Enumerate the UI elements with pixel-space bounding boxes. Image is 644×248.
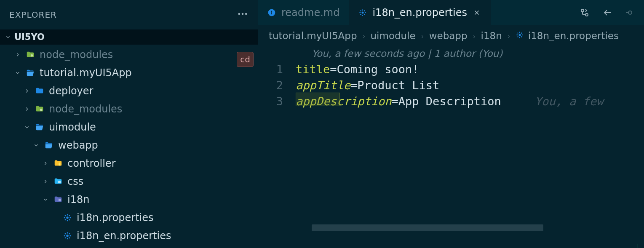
chevron-right-icon[interactable]	[24, 106, 30, 112]
svg-point-20	[518, 34, 521, 36]
gear-blue-icon	[358, 8, 367, 17]
property-value: Coming soon!	[337, 63, 419, 76]
equals-sign: =	[330, 63, 337, 76]
explorer-sidebar: EXPLORER UI5YO cd node_modulestutorial.m…	[0, 0, 258, 248]
breadcrumb-segment[interactable]: webapp	[429, 30, 468, 41]
explorer-title: EXPLORER	[9, 10, 57, 20]
compare-changes-icon[interactable]	[579, 7, 590, 18]
tab-readme-md[interactable]: readme.md	[258, 0, 349, 25]
tree-item-label: deployer	[49, 85, 93, 97]
folder-green-icon	[25, 50, 35, 60]
chevron-right-icon[interactable]	[42, 179, 49, 184]
gear-blue-icon	[62, 231, 72, 241]
breadcrumb-segment[interactable]: uimodule	[371, 30, 416, 41]
tree-item-label: i18n_en.properties	[77, 230, 171, 242]
chevron-down-icon[interactable]	[42, 197, 49, 203]
minimap-viewport[interactable]	[474, 244, 638, 248]
tab-i18n-en-properties[interactable]: i18n_en.properties	[349, 0, 491, 25]
chevron-right-icon[interactable]	[42, 160, 49, 166]
code-editor[interactable]: 123 title=Coming soon!appTitle=Product L…	[258, 61, 644, 248]
folder-i18n-icon	[53, 195, 63, 205]
chevron-right-icon	[472, 30, 477, 41]
codelens-authors[interactable]: You, a few seconds ago | 1 author (You)	[258, 46, 644, 61]
tree-item-label: node_modules	[49, 103, 122, 115]
tree-item-label: uimodule	[49, 121, 96, 133]
cd-badge: cd	[237, 52, 254, 67]
line-number: 1	[258, 61, 283, 77]
tree-item-deployer[interactable]: deployer	[0, 82, 258, 100]
tree-item-label: controller	[67, 157, 116, 169]
tree-item-tutorial-myui5app[interactable]: tutorial.myUI5App	[0, 64, 258, 82]
breadcrumb-segment[interactable]: i18n	[481, 30, 502, 41]
folder-gear-icon	[53, 158, 63, 168]
tree-item-webapp[interactable]: webapp	[0, 136, 258, 154]
tree-item-label: i18n.properties	[77, 212, 154, 224]
tab-actions	[579, 0, 644, 25]
svg-point-12	[362, 12, 364, 14]
tree-item-label: css	[67, 176, 83, 187]
svg-point-8	[66, 235, 69, 237]
svg-point-3	[31, 54, 33, 57]
chevron-right-icon[interactable]	[24, 88, 30, 94]
property-value: App Description	[398, 95, 501, 108]
breadcrumb[interactable]: tutorial.myUI5Appuimodulewebappi18ni18n_…	[258, 25, 644, 46]
chevron-right-icon	[420, 30, 425, 41]
code-line[interactable]: appTitle=Product List	[296, 77, 644, 93]
property-key: appDescription	[296, 95, 392, 108]
tree-item-controller[interactable]: controller	[0, 154, 258, 172]
horizontal-scrollbar[interactable]	[312, 224, 642, 231]
chevron-down-icon[interactable]	[24, 124, 30, 130]
chevron-down-icon[interactable]	[14, 70, 21, 76]
tree-item-css[interactable]: css	[0, 172, 258, 190]
tree-item-i18n[interactable]: i18n	[0, 190, 258, 208]
code-line[interactable]: title=Coming soon!	[296, 61, 644, 77]
svg-point-1	[242, 13, 244, 15]
info-blue-icon	[267, 8, 276, 17]
editor-area: readme.mdi18n_en.properties tutorial.myU…	[258, 0, 644, 248]
line-gutter: 123	[258, 61, 296, 248]
breadcrumb-segment[interactable]: tutorial.myUI5App	[269, 30, 357, 41]
chevron-down-icon[interactable]	[33, 142, 40, 148]
go-back-icon[interactable]	[602, 7, 613, 18]
code-lines[interactable]: title=Coming soon!appTitle=Product Lista…	[296, 61, 644, 248]
chevron-right-icon[interactable]	[14, 52, 21, 58]
svg-point-16	[585, 13, 588, 16]
tab-label: i18n_en.properties	[372, 7, 467, 19]
chevron-down-icon	[4, 33, 12, 41]
gear-blue-icon	[62, 213, 72, 223]
gear-blue-icon	[516, 30, 524, 41]
folder-open-icon	[25, 68, 35, 78]
folder-open-icon	[35, 122, 45, 132]
svg-point-7	[66, 216, 69, 219]
tree-item-node-modules[interactable]: node_modules	[0, 100, 258, 118]
svg-point-15	[581, 9, 584, 12]
scrollbar-thumb[interactable]	[312, 224, 543, 231]
folder-open-icon	[44, 140, 54, 150]
tree-item-i18n-en-properties[interactable]: i18n_en.properties	[0, 227, 258, 245]
svg-point-5	[59, 163, 61, 165]
explorer-header: EXPLORER	[0, 0, 258, 29]
file-tree: node_modulestutorial.myUI5Appdeployernod…	[0, 45, 258, 245]
folder-icon	[35, 86, 45, 96]
svg-point-2	[245, 13, 247, 15]
svg-rect-11	[271, 12, 272, 14]
equals-sign: =	[392, 95, 398, 108]
property-value: Product List	[357, 79, 439, 92]
equals-sign: =	[350, 79, 357, 92]
go-forward-icon[interactable]	[625, 7, 636, 18]
more-icon[interactable]	[237, 8, 249, 22]
project-root[interactable]: UI5YO	[0, 29, 258, 45]
code-line[interactable]: appDescription=App DescriptionYou, a few	[296, 93, 644, 109]
breadcrumb-file[interactable]: i18n_en.properties	[528, 30, 619, 41]
svg-point-10	[271, 11, 273, 12]
folder-css-icon	[53, 176, 63, 187]
svg-rect-6	[58, 181, 61, 183]
folder-green-icon	[35, 104, 45, 114]
tree-item-uimodule[interactable]: uimodule	[0, 118, 258, 136]
tree-item-node-modules[interactable]: node_modules	[0, 45, 258, 64]
tab-label: readme.md	[281, 7, 339, 19]
svg-point-0	[238, 13, 240, 15]
close-icon[interactable]	[472, 8, 481, 17]
tree-item-i18n-properties[interactable]: i18n.properties	[0, 208, 258, 227]
svg-point-4	[40, 109, 43, 111]
